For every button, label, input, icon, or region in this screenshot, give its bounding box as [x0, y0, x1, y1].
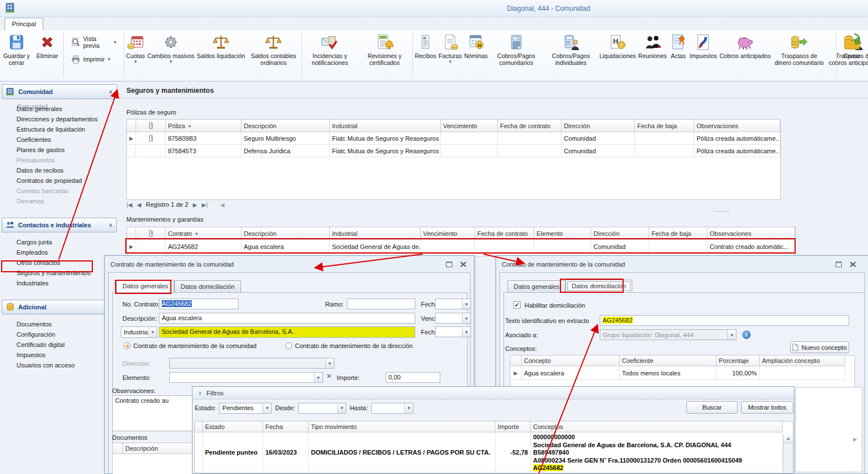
ribbon-cobros-anticipados-button[interactable]: Cobros anticipados [718, 31, 772, 73]
sidebar-item-coeficientes[interactable]: Coeficientes [2, 134, 117, 145]
column-header-fecha-de-baja[interactable]: Fecha de baja [635, 120, 694, 132]
sidebar-item-direcciones-y-departamentos[interactable]: Direcciones y departamentos [2, 114, 117, 124]
ribbon-actas-button[interactable]: Actas [668, 31, 689, 73]
ribbon-revisiones-y-certificados-button[interactable]: Revisiones y certificados [357, 31, 412, 73]
ribbon-incidencias-y-notificaciones-button[interactable]: Incidencias y notificaciones [302, 31, 357, 73]
tab-datos-generales[interactable]: Datos generales [116, 280, 174, 293]
sidebar-item-estructura-de-liquidacion[interactable]: Estructura de liquidación [2, 124, 117, 134]
info-icon[interactable]: i [742, 330, 751, 339]
column-header-fecha[interactable]: Fecha [263, 422, 309, 432]
column-header-fecha-de-contrato[interactable]: Fecha de contrato [498, 120, 562, 132]
radio-contrato-comunidad[interactable]: Contrato de mantenimiento de la comunida… [124, 342, 256, 349]
sidebar-section-adicional[interactable]: Adicional [2, 300, 117, 314]
radio-contrato-direccion[interactable]: Contrato de mantenimiento de la direcció… [285, 342, 413, 349]
table-row[interactable]: ▶Agua escaleraTodos menos locales100,00% [510, 366, 854, 380]
column-header-importe[interactable]: Importe [496, 422, 531, 432]
tab-datos-domiciliacion[interactable]: Datos domiciliación [174, 280, 241, 293]
clear-elemento-icon[interactable]: ✕ [326, 373, 331, 380]
chevron-down-icon[interactable]: ▾ [462, 299, 470, 309]
restore-window-icon[interactable] [834, 260, 844, 268]
chevron-down-icon[interactable]: ▾ [314, 373, 322, 382]
chevron-down-icon[interactable]: ▾ [404, 403, 413, 413]
restore-window-icon[interactable] [444, 260, 454, 268]
column-header-ampliacion-concepto[interactable]: Ampliación concepto [760, 356, 845, 366]
ribbon-guardar-y-cerrar-button[interactable]: Guardar y cerrar [1, 31, 32, 73]
fecha-baja-combo[interactable]: ▾ [435, 326, 471, 337]
attachment-column-header[interactable] [136, 120, 166, 132]
hscroll-left-button[interactable]: ◀ [220, 202, 225, 208]
tab-datos-domiciliacion[interactable]: Datos domiciliación [566, 280, 632, 293]
mostrar-todos-button[interactable]: Mostrar todos [741, 401, 793, 414]
column-header-vencimiento[interactable]: Vencimiento [421, 227, 475, 240]
table-row[interactable]: Pendiente punteo16/03/2023DOMICILIADOS /… [195, 432, 793, 472]
sidebar-item-datos-generales[interactable]: Datos generales [2, 104, 117, 114]
ribbon-recibos-button[interactable]: Recibos [413, 31, 437, 73]
ribbon-cerrar-button[interactable]: Cerrar [837, 31, 867, 73]
desde-combo[interactable]: ▾ [298, 403, 346, 414]
splitter-handle[interactable]: ····· [714, 208, 730, 215]
column-header-coeficiente[interactable]: Coeficiente [620, 356, 716, 366]
column-header-conceptos[interactable]: Conceptos [531, 422, 783, 432]
buscar-button[interactable]: Buscar [686, 401, 738, 414]
sidebar-item-empleados[interactable]: Empleados [2, 247, 117, 258]
sidebar-item-documentos[interactable]: Documentos [2, 319, 117, 329]
column-header-observaciones[interactable]: Observaciones [707, 227, 795, 240]
scroll-up-icon[interactable]: ▲ [784, 434, 793, 443]
table-row[interactable]: 875845T3Defensa JuridicaFiatc Mutua de S… [127, 145, 780, 157]
sidebar-item-certificado-digital[interactable]: Certificado digital [2, 340, 117, 350]
ribbon-impuestos-button[interactable]: Impuestos [689, 31, 718, 73]
importe-input[interactable]: 0,00 [386, 372, 440, 383]
sidebar-item-derramas[interactable]: Derramas [2, 196, 117, 206]
ribbon-cuotas-button[interactable]: Cuotas▾ [125, 31, 146, 73]
collapse-icon[interactable]: ∧ [109, 89, 113, 95]
dialog-title-bar[interactable]: Contrato de mantenimiento de la comunida… [105, 256, 474, 272]
column-header-poliza[interactable]: Póliza▲ [166, 120, 241, 132]
hasta-combo[interactable]: ▾ [371, 403, 413, 414]
ribbon-cobros-pagos-individuales-button[interactable]: Cobros/Pagos individuales [543, 31, 598, 73]
sidebar-item-presupuestos[interactable]: Presupuestos [2, 155, 117, 165]
ribbon-saldos-liquidacion-button[interactable]: Saldos liquidación [195, 31, 246, 73]
collapse-icon[interactable]: ∧ [109, 222, 113, 228]
industrial-type-combo[interactable]: Industrial▾ [121, 326, 157, 338]
chevron-down-icon[interactable]: ▾ [263, 403, 271, 413]
ramo-input[interactable] [347, 299, 415, 309]
column-header-estado[interactable]: Estado [203, 422, 263, 432]
ribbon-imprimir-button[interactable]: Imprimir▾ [68, 53, 120, 66]
column-header-contrato[interactable]: Contrato▲ [166, 227, 241, 240]
attachment-column-header[interactable] [136, 227, 166, 240]
table-row[interactable]: ▶AG245682Agua escaleraSociedad General d… [127, 240, 795, 254]
table-row[interactable]: ▶875809B3Seguro MultiriesgoFiatc Mutua d… [127, 132, 780, 145]
sidebar-item-otros-contactos[interactable]: Otros contactos [2, 258, 117, 268]
dialog-title-bar[interactable]: Contrato de mantenimiento de la comunida… [496, 256, 868, 272]
pager-first-button[interactable]: |◀ [126, 202, 132, 208]
scroll-right-icon[interactable]: ▶ [853, 436, 857, 442]
sidebar-section-contactos-e-industriales[interactable]: Contactos e industriales∧ [2, 218, 117, 232]
ribbon-eliminar-button[interactable]: Eliminar [32, 31, 63, 73]
sidebar-item-industriales[interactable]: Industriales [2, 278, 117, 288]
sidebar-item-planes-de-gastos[interactable]: Planes de gastos [2, 145, 117, 155]
column-header-vencimiento[interactable]: Vencimiento [441, 120, 498, 132]
habilitar-domiciliacion-checkbox[interactable]: ✔ Habilitar domiciliación [513, 301, 585, 309]
no-contrato-input[interactable]: AG245682 [159, 299, 239, 309]
ribbon-saldos-contables-ordinarios-button[interactable]: Saldos contables ordinarios [246, 31, 301, 73]
pager-last-button[interactable]: ▶| [202, 202, 207, 208]
chevron-down-icon[interactable]: ▾ [462, 327, 470, 337]
ribbon-traspasos-de-dinero-comunitario-button[interactable]: Traspasos de dinero comunitario [772, 31, 826, 73]
fecha-contrato-combo[interactable]: ▾ [435, 299, 471, 309]
column-header-descripcion[interactable]: Descripción [241, 227, 330, 240]
filtros-header[interactable]: ∧ Filtros [193, 387, 794, 399]
ribbon-cobros-pagos-comunitarios-button[interactable]: 0Cobros/Pagos comunitarios [489, 31, 543, 73]
chevron-down-icon[interactable]: ▾ [148, 327, 157, 337]
chevron-down-icon[interactable]: ▾ [462, 313, 470, 323]
industrial-input[interactable]: Sociedad General de Aguas de Barcelona, … [159, 326, 415, 338]
sidebar-item-cuentas-bancarias[interactable]: Cuentas bancarias [2, 186, 117, 196]
sidebar-item-contratos-de-propiedad[interactable]: Contratos de propiedad [2, 175, 117, 186]
collapse-icon[interactable]: ∧ [198, 390, 202, 396]
sidebar-item-usuarios-con-acceso[interactable]: Usuarios con acceso [2, 360, 117, 370]
descripcion-input[interactable]: Agua escalera [159, 313, 415, 324]
vertical-scrollbar[interactable]: ▲ [783, 434, 793, 473]
sidebar-item-datos-de-recibos[interactable]: Datos de recibos [2, 165, 117, 175]
ribbon-reuniones-button[interactable]: Reuniones [637, 31, 668, 73]
sidebar-section-comunidad[interactable]: Comunidad∧ [2, 84, 117, 99]
close-window-icon[interactable] [848, 260, 858, 268]
